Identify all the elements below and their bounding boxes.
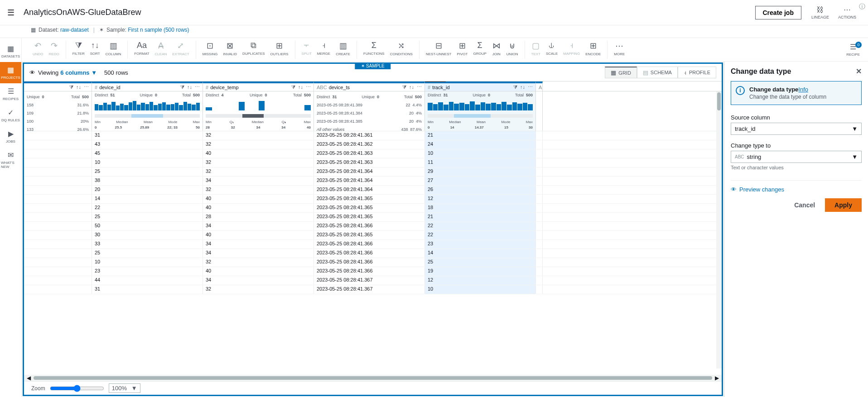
create-button[interactable]: ▥CREATE bbox=[333, 41, 353, 56]
col-head-device-temp[interactable]: #device_temp ⧩↑↓⋯ bbox=[203, 81, 314, 91]
table-row[interactable]: 25282023-05-25 08:28:41.36521 bbox=[24, 213, 722, 222]
sort-icon[interactable]: ↑↓ bbox=[187, 84, 192, 90]
nest-button[interactable]: ⊟NEST-UNNEST bbox=[423, 41, 454, 56]
column-button[interactable]: ▥COLUMN bbox=[103, 41, 124, 56]
table-row[interactable]: 10322023-05-25 08:28:41.36625 bbox=[24, 258, 722, 267]
nav-recipes[interactable]: ☰RECIPES bbox=[0, 83, 21, 105]
create-job-button[interactable]: Create job bbox=[755, 6, 801, 19]
table-row[interactable]: 43322023-05-25 08:28:41.36224 bbox=[24, 140, 722, 149]
table-row[interactable]: 38342023-05-25 08:28:41.36427 bbox=[24, 177, 722, 186]
lineage-button[interactable]: ⛓LINEAGE bbox=[807, 6, 834, 19]
filter-icon[interactable]: ⧩ bbox=[180, 84, 184, 90]
filter-icon[interactable]: ⧩ bbox=[291, 84, 295, 90]
group-button[interactable]: ΣGROUP bbox=[470, 41, 489, 56]
data-grid[interactable]: ⧩↑↓⋯ #device_id ⧩↑↓⋯ #device_temp ⧩↑↓⋯ bbox=[24, 81, 722, 375]
more-button[interactable]: ⋯MORE bbox=[611, 41, 627, 56]
union-icon: ⊎ bbox=[509, 41, 515, 51]
extract-button[interactable]: ⤢EXTRACT bbox=[169, 41, 192, 56]
mapping-button[interactable]: ⫞MAPPING bbox=[560, 41, 583, 56]
format-button[interactable]: AaFORMAT bbox=[131, 41, 152, 56]
menu-icon[interactable]: ☰ bbox=[7, 8, 14, 18]
apply-button[interactable]: Apply bbox=[825, 198, 862, 212]
nav-jobs[interactable]: ▶JOBS bbox=[0, 126, 21, 147]
more-icon[interactable]: ⋯ bbox=[195, 84, 200, 90]
info-circle-icon[interactable]: ⓘ bbox=[859, 3, 865, 11]
sort-icon[interactable]: ↑↓ bbox=[298, 84, 303, 90]
encode-button[interactable]: ⊞ENCODE bbox=[583, 41, 603, 56]
col-head-device-ts[interactable]: ABCdevice_ts ⧩↑↓⋯ bbox=[314, 81, 425, 91]
table-row[interactable]: 45402023-05-25 08:28:41.36310 bbox=[24, 149, 722, 158]
table-row[interactable]: 14402023-05-25 08:28:41.36512 bbox=[24, 195, 722, 204]
table-row[interactable]: 10322023-05-25 08:28:41.36311 bbox=[24, 158, 722, 167]
table-row[interactable]: 25322023-05-25 08:28:41.36429 bbox=[24, 167, 722, 177]
clean-button[interactable]: A̶CLEAN bbox=[152, 41, 170, 56]
horizontal-scrollbar[interactable]: ◀▶ bbox=[24, 375, 722, 381]
change-type-select[interactable]: ABC string▼ bbox=[731, 151, 862, 163]
redo-button[interactable]: ↷REDO bbox=[46, 41, 62, 56]
table-row[interactable]: 31322023-05-25 08:28:41.36121 bbox=[24, 131, 722, 140]
col-head-next[interactable]: ABC bbox=[536, 81, 543, 91]
sort-icon[interactable]: ↑↓ bbox=[409, 84, 414, 90]
join-button[interactable]: ⋈JOIN bbox=[489, 41, 504, 56]
table-row[interactable]: 50342023-05-25 08:28:41.36622 bbox=[24, 222, 722, 231]
pivot-button[interactable]: ⊞PIVOT bbox=[454, 41, 470, 56]
filter-icon[interactable]: ⧩ bbox=[402, 84, 406, 90]
nav-datasets[interactable]: ▦DATASETS bbox=[0, 41, 21, 62]
nav-whatsnew[interactable]: ✉WHAT'S NEW bbox=[0, 147, 21, 172]
duplicates-button[interactable]: ⧉DUPLICATES bbox=[240, 41, 268, 56]
col-head-track-id[interactable]: SOURCE #track_id ⧩↑↓⋯ bbox=[425, 81, 536, 91]
table-row[interactable]: 25342023-05-25 08:28:41.36614 bbox=[24, 249, 722, 258]
zoom-slider[interactable] bbox=[50, 385, 104, 392]
more-icon[interactable]: ⋯ bbox=[528, 84, 533, 90]
more-icon[interactable]: ⋯ bbox=[84, 84, 89, 90]
tab-profile[interactable]: ⫞PROFILE bbox=[678, 67, 716, 78]
table-row[interactable]: 20322023-05-25 08:28:41.36426 bbox=[24, 186, 722, 195]
table-row[interactable]: 44342023-05-25 08:28:41.36712 bbox=[24, 276, 722, 285]
tab-grid[interactable]: ▦GRID bbox=[605, 67, 637, 78]
sort-button[interactable]: ↑↓SORT bbox=[87, 41, 103, 56]
columns-dropdown[interactable]: 6 columns ▼ bbox=[60, 69, 97, 76]
col-head-device-id[interactable]: #device_id ⧩↑↓⋯ bbox=[92, 81, 203, 91]
nav-projects[interactable]: ▦PROJECTS bbox=[0, 62, 21, 83]
table-row[interactable]: 22402023-05-25 08:28:41.36518 bbox=[24, 204, 722, 213]
dataset-link[interactable]: raw-dataset bbox=[60, 27, 89, 33]
filter-icon[interactable]: ⧩ bbox=[513, 84, 517, 90]
cancel-button[interactable]: Cancel bbox=[789, 198, 820, 212]
sort-icon[interactable]: ↑↓ bbox=[76, 84, 81, 90]
table-row[interactable]: 23402023-05-25 08:28:41.36619 bbox=[24, 267, 722, 276]
actions-button[interactable]: ⋯ACTIONS bbox=[834, 5, 861, 19]
merge-button[interactable]: ⫞MERGE bbox=[314, 41, 333, 56]
sort-icon[interactable]: ↑↓ bbox=[520, 84, 525, 90]
missing-button[interactable]: ⊡MISSING bbox=[200, 41, 221, 56]
split-button[interactable]: ⫟SPLIT bbox=[299, 41, 314, 56]
table-row[interactable]: 31322023-05-25 08:28:41.36710 bbox=[24, 285, 722, 294]
more-icon[interactable]: ⋯ bbox=[306, 84, 311, 90]
cell-device-id: 33 bbox=[92, 240, 203, 249]
scale-button[interactable]: ⫝SCALE bbox=[543, 41, 560, 56]
nav-dqrules[interactable]: ✓DQ RULES bbox=[0, 105, 21, 126]
sample-link[interactable]: First n sample (500 rows) bbox=[128, 27, 189, 33]
recipe-button[interactable]: ☰ 0 RECIPE bbox=[843, 43, 863, 57]
undo-button[interactable]: ↶UNDO bbox=[30, 41, 46, 56]
preview-changes-link[interactable]: 👁Preview changes bbox=[731, 180, 862, 193]
conditions-button[interactable]: ⤭CONDITIONS bbox=[387, 41, 415, 56]
vertical-scrollbar[interactable] bbox=[716, 91, 722, 368]
sample-tab[interactable]: ✶ SAMPLE bbox=[355, 62, 391, 69]
invalid-button[interactable]: ⊠INVALID bbox=[220, 41, 240, 56]
text-button[interactable]: ▢TEXT bbox=[529, 41, 543, 56]
zoom-select[interactable]: 100%▼ bbox=[109, 383, 140, 393]
close-icon[interactable]: ✕ bbox=[856, 67, 862, 76]
more-icon[interactable]: ⋯ bbox=[417, 84, 422, 90]
filter-button[interactable]: ⧩FILTER bbox=[70, 41, 87, 56]
union-button[interactable]: ⊎UNION bbox=[504, 41, 521, 56]
source-column-select[interactable]: track_id▼ bbox=[731, 123, 862, 135]
table-row[interactable]: 30402023-05-25 08:28:41.36522 bbox=[24, 231, 722, 240]
table-row[interactable]: 33342023-05-25 08:28:41.36623 bbox=[24, 240, 722, 249]
functions-button[interactable]: ΣFUNCTIONS bbox=[361, 41, 387, 56]
info-link[interactable]: Info bbox=[798, 86, 808, 93]
outliers-button[interactable]: ⊞OUTLIERS bbox=[268, 41, 291, 56]
filter-icon[interactable]: ⧩ bbox=[69, 84, 73, 90]
col-head-rownum[interactable]: ⧩↑↓⋯ bbox=[24, 81, 92, 91]
cell-device-id: 44 bbox=[92, 276, 203, 285]
tab-schema[interactable]: ▤SCHEMA bbox=[637, 67, 678, 78]
